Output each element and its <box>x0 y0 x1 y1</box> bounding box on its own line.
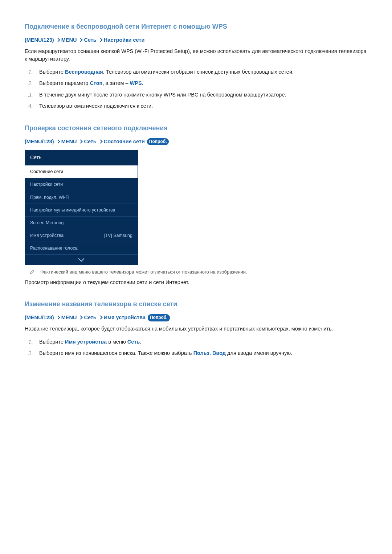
chevron-right-icon <box>98 316 102 319</box>
step-number: 1. <box>28 337 33 347</box>
try-button[interactable]: Попроб. <box>147 138 169 145</box>
chevron-right-icon <box>98 38 102 42</box>
menu-item-voice-recognition[interactable]: Распознавание голоса <box>25 242 138 254</box>
menu-item-network-status[interactable]: Состояние сети <box>25 165 138 178</box>
menu-item-wifi-direct[interactable]: Прям. подкл. Wi-Fi <box>25 191 138 204</box>
heading-wps: Подключение к беспроводной сети Интернет… <box>25 22 367 31</box>
bc-part: Состояние сети <box>104 139 145 144</box>
menu-panel-network: Сеть Состояние сети Настройки сети Прям.… <box>25 150 138 265</box>
menu-item-multimedia-settings[interactable]: Настройки мультимедийного устройства <box>25 204 138 216</box>
chevron-right-icon <box>56 140 60 143</box>
menu-scroll-down[interactable] <box>25 254 138 265</box>
bc-part: MENU <box>61 37 77 43</box>
chevron-right-icon <box>56 38 60 42</box>
bc-part: MENU/123 <box>26 139 52 144</box>
step-item: 4. Телевизор автоматически подключится к… <box>25 102 367 110</box>
term-network: Сеть <box>127 339 140 345</box>
note: Фактический вид меню вашего телевизора м… <box>25 269 367 276</box>
term-wireless: Беспроводная <box>65 69 103 75</box>
bc-part: Имя устройства <box>104 315 146 320</box>
pencil-icon <box>30 270 34 274</box>
bc-part: Сеть <box>84 37 96 43</box>
term-device-name: Имя устройства <box>65 339 107 345</box>
device-name-value: [TV] Samsung <box>104 232 132 239</box>
try-button[interactable]: Попроб. <box>148 314 170 321</box>
term-wps: WPS <box>130 80 142 86</box>
menu-item-network-settings[interactable]: Настройки сети <box>25 178 138 190</box>
menu-item-screen-mirroring[interactable]: Screen Mirroring <box>25 216 138 229</box>
bc-part: Настройки сети <box>104 37 144 43</box>
chevron-right-icon <box>98 140 102 143</box>
step-item: 1. Выберите Беспроводная. Телевизор авто… <box>25 68 367 76</box>
bc-part: MENU/123 <box>26 37 52 43</box>
step-item: 2. Выберите имя из появившегося списка. … <box>25 349 367 357</box>
bc-part: MENU <box>61 315 77 320</box>
chevron-right-icon <box>78 140 82 143</box>
menu-item-device-name[interactable]: Имя устройства [TV] Samsung <box>25 229 138 242</box>
bc-part: MENU <box>61 139 77 144</box>
bc-part: Сеть <box>84 315 96 320</box>
chevron-right-icon <box>78 38 82 42</box>
heading-network-status: Проверка состояния сетевого подключения <box>25 123 367 133</box>
breadcrumb: (MENU/123) MENU Сеть Настройки сети <box>25 36 367 44</box>
chevron-right-icon <box>78 316 82 319</box>
step-list: 1. Выберите Беспроводная. Телевизор авто… <box>25 68 367 110</box>
step-number: 4. <box>28 101 33 111</box>
step-item: 3. В течение двух минут после этого нажм… <box>25 91 367 99</box>
step-list: 1. Выберите Имя устройства в меню Сеть. … <box>25 338 367 357</box>
chevron-right-icon <box>56 316 60 319</box>
bc-part: Сеть <box>84 139 96 144</box>
step-number: 1. <box>28 67 33 77</box>
section-network-status: Проверка состояния сетевого подключения … <box>25 123 367 286</box>
bc-part: MENU/123 <box>26 315 52 320</box>
breadcrumb: (MENU/123) MENU Сеть Имя устройства Попр… <box>25 314 367 321</box>
intro-text: Название телевизора, которое будет отобр… <box>25 325 367 333</box>
menu-header: Сеть <box>25 150 138 165</box>
term-stop: Стоп <box>90 80 102 86</box>
note-text: Фактический вид меню вашего телевизора м… <box>40 269 247 276</box>
section-wps: Подключение к беспроводной сети Интернет… <box>25 22 367 110</box>
step-number: 2. <box>28 348 33 358</box>
heading-rename-tv: Изменение названия телевизора в списке с… <box>25 299 367 309</box>
section-rename-tv: Изменение названия телевизора в списке с… <box>25 299 367 358</box>
step-item: 1. Выберите Имя устройства в меню Сеть. <box>25 338 367 346</box>
step-number: 2. <box>28 78 33 88</box>
step-number: 3. <box>28 90 33 100</box>
intro-text: Если маршрутизатор оснащен кнопкой WPS (… <box>25 48 367 63</box>
para-network-status: Просмотр информации о текущем состоянии … <box>25 279 367 286</box>
chevron-down-icon <box>78 256 85 262</box>
breadcrumb: (MENU/123) MENU Сеть Состояние сети Попр… <box>25 138 367 145</box>
term-user-input: Польз. Ввод <box>193 350 226 356</box>
step-item: 2. Выберите параметр Стоп, а затем – WPS… <box>25 79 367 87</box>
